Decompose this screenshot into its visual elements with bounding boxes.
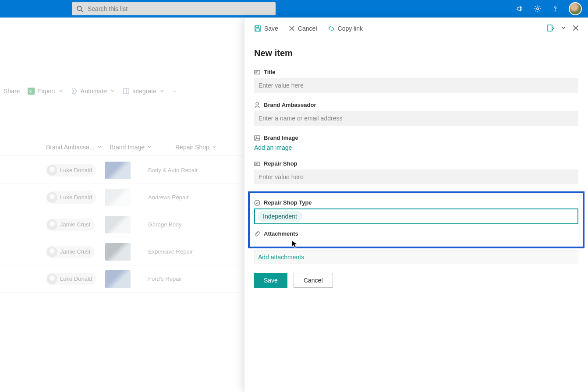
svg-rect-22 [255,162,260,166]
add-attachments-link[interactable]: Add attachments [258,254,304,261]
share-button[interactable]: Share [4,88,20,95]
panel-close-button[interactable] [572,25,579,33]
attachment-icon [254,231,260,237]
chevron-down-icon [59,89,63,93]
repair-shop-value: Ford's Repair [148,275,182,282]
user-avatar[interactable] [569,2,582,15]
svg-point-0 [77,6,81,11]
shoptype-input[interactable]: Independent [254,208,578,224]
brand-image-thumb [105,243,131,261]
chevron-down-icon [561,25,566,31]
ambassador-name: Luke Donald [60,194,92,201]
ambassador-name: Jamie Crust [60,248,90,255]
repairshop-input[interactable] [254,170,578,184]
title-input[interactable] [254,78,578,93]
export-button[interactable]: x Export [28,88,63,95]
svg-rect-9 [256,26,259,28]
close-icon [289,25,295,32]
megaphone-icon[interactable] [516,5,524,13]
add-image-link[interactable]: Add an image [254,144,292,151]
list-rows: Luke Donald Body & Auto Repair Luke Dona… [0,157,243,293]
panel-menu-button[interactable] [561,25,566,32]
field-title-label: Title [264,69,276,75]
table-row[interactable]: Luke Donald Ford's Repair [0,265,243,293]
link-icon [328,25,335,32]
export-label: Export [37,88,55,95]
field-title: Title [254,69,578,93]
chevron-down-icon [110,89,115,93]
person-icon [47,192,57,203]
excel-icon: x [28,88,35,95]
list-column-headers: Brand Ambassa... Brand Image Repair Shop [0,144,243,155]
field-shoptype: Repair Shop Type Independent [254,199,578,224]
panel-cancel-button[interactable]: Cancel [289,25,317,32]
shoptype-selected-pill: Independent [258,211,302,222]
gear-icon[interactable] [534,5,542,13]
more-button[interactable]: ··· [172,88,180,95]
chevron-down-icon [97,145,102,149]
highlighted-region: Repair Shop Type Independent Attachments [248,191,584,248]
panel-save-label: Save [264,25,278,32]
cancel-button[interactable]: Cancel [294,273,333,288]
automate-button[interactable]: Automate [71,88,115,95]
list-toolbar: Share x Export Automate Integrate ··· [0,88,243,101]
svg-point-3 [555,11,555,11]
brand-image-thumb [105,216,131,233]
repair-shop-value: Garage Body [148,221,182,228]
panel-save-button[interactable]: Save [254,25,278,32]
table-row[interactable]: Luke Donald Andrews Repair [0,184,243,211]
flow-icon [71,88,78,95]
svg-point-19 [256,102,259,105]
search-input[interactable] [88,5,271,12]
field-shoptype-label: Repair Shop Type [264,199,312,206]
panel-copylink-button[interactable]: Copy link [328,25,363,32]
column-ambassador-label: Brand Ambassa... [46,144,95,151]
new-item-panel: Save Cancel Copy link New item [244,18,588,392]
table-row[interactable]: Luke Donald Body & Auto Repair [0,157,243,184]
brand-image-thumb [105,189,131,206]
column-ambassador[interactable]: Brand Ambassa... [46,144,110,151]
person-icon [47,247,57,257]
field-attachments-link: Add attachments [254,250,578,264]
save-icon [254,25,261,32]
svg-text:x: x [29,89,32,94]
panel-cancel-label: Cancel [298,25,317,32]
column-repair[interactable]: Repair Shop [175,144,243,151]
share-label: Share [4,88,20,95]
automate-label: Automate [81,88,107,95]
chevron-down-icon [160,89,164,93]
integrate-icon [123,88,130,95]
save-button[interactable]: Save [254,273,287,288]
svg-point-2 [537,8,539,10]
image-icon [254,135,260,141]
ambassador-input[interactable] [254,111,578,126]
choice-icon [254,200,260,206]
table-row[interactable]: Jamie Crust Expensive Repair [0,238,243,265]
help-icon[interactable] [551,5,559,13]
brand-image-thumb [105,162,131,179]
panel-command-bar: Save Cancel Copy link [244,18,588,39]
field-image-label: Brand Image [264,134,298,141]
integrate-button[interactable]: Integrate [123,88,164,95]
panel-title: New item [254,48,578,58]
ambassador-name: Luke Donald [60,275,92,282]
ambassador-name: Luke Donald [60,167,92,173]
field-repairshop: Repair Shop [254,160,578,184]
svg-rect-13 [548,25,552,31]
table-row[interactable]: Jamie Crust Garage Body [0,211,243,238]
person-icon [254,102,260,108]
form-icon [547,24,555,32]
column-image-label: Brand Image [110,144,145,151]
repair-shop-value: Andrews Repair [148,194,189,201]
svg-point-25 [255,200,260,205]
column-image[interactable]: Brand Image [110,144,175,151]
search-box[interactable] [72,2,276,15]
ambassador-name: Jamie Crust [60,221,90,228]
person-icon [47,219,57,230]
person-icon [47,274,57,284]
edit-form-button[interactable] [547,24,555,33]
field-image: Brand Image Add an image [254,134,578,152]
svg-rect-10 [256,29,259,31]
field-repairshop-label: Repair Shop [264,160,298,167]
svg-rect-16 [255,71,260,74]
